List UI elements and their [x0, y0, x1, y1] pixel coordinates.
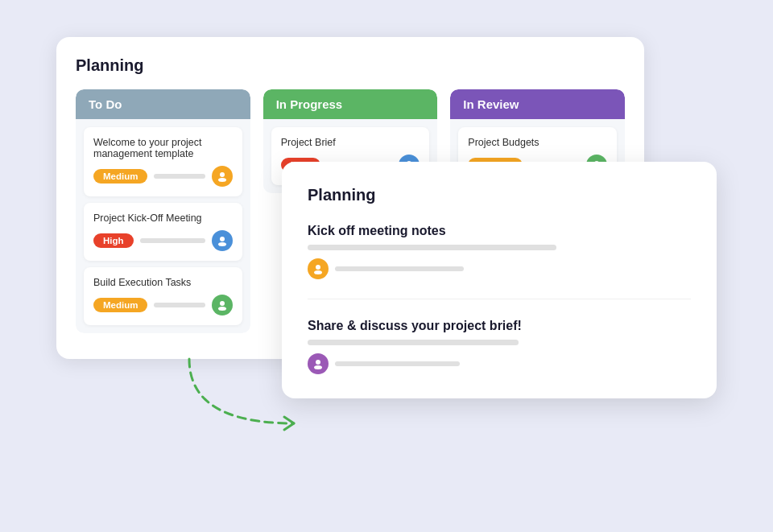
svg-point-1: [218, 178, 226, 182]
column-todo-header: To Do: [76, 89, 250, 119]
panel-avatar-1: [308, 258, 329, 279]
svg-point-5: [218, 307, 226, 311]
svg-point-13: [314, 365, 322, 369]
svg-point-10: [316, 265, 320, 270]
svg-point-11: [314, 270, 322, 274]
svg-point-12: [316, 360, 320, 365]
task-footer-1: Medium: [93, 166, 233, 187]
svg-point-4: [220, 301, 225, 306]
avatar-3: [212, 295, 233, 315]
task-title-3: Build Execution Tasks: [93, 277, 233, 288]
column-inreview-header: In Review: [450, 89, 625, 119]
task-title-5: Project Budgets: [468, 137, 607, 148]
priority-badge-1: Medium: [93, 169, 147, 184]
panel-item-2[interactable]: Share & discuss your project brief!: [308, 319, 691, 374]
task-title-1: Welcome to your project management templ…: [93, 137, 233, 159]
avatar-1: [212, 166, 233, 187]
priority-badge-2: High: [93, 233, 134, 248]
panel-item-title-1: Kick off meeting notes: [308, 224, 691, 238]
planning-detail-card: Planning Kick off meeting notes Share & …: [282, 162, 717, 398]
task-card-3[interactable]: Build Execution Tasks Medium: [84, 267, 242, 325]
svg-point-3: [218, 242, 226, 246]
line-2: [140, 238, 205, 243]
panel-title: Planning: [308, 186, 691, 204]
panel-line-1: [308, 245, 556, 250]
panel-line-2: [308, 340, 519, 345]
scene: Planning To Do Welcome to your project m…: [56, 37, 717, 496]
task-card-1[interactable]: Welcome to your project management templ…: [84, 127, 242, 196]
task-footer-3: Medium: [93, 295, 233, 315]
line-3: [154, 303, 205, 307]
line-1: [154, 174, 205, 179]
task-title-2: Project Kick-Off Meeting: [93, 212, 233, 224]
panel-item-title-2: Share & discuss your project brief!: [308, 319, 691, 333]
column-todo: To Do Welcome to your project management…: [76, 89, 250, 333]
panel-user-row-2: [308, 353, 691, 374]
priority-badge-3: Medium: [93, 298, 147, 312]
avatar-2: [212, 230, 233, 251]
task-footer-2: High: [93, 230, 233, 251]
svg-point-2: [220, 237, 225, 241]
panel-user-row-1: [308, 258, 691, 279]
column-todo-body: Welcome to your project management templ…: [76, 119, 250, 333]
board-title: Planning: [76, 56, 625, 75]
panel-user-line-2: [335, 361, 460, 366]
column-inprogress-header: In Progress: [263, 89, 438, 119]
task-card-2[interactable]: Project Kick-Off Meeting High: [84, 203, 242, 261]
svg-point-0: [220, 172, 225, 177]
task-title-4: Project Brief: [281, 137, 420, 148]
panel-user-line-1: [335, 266, 464, 271]
panel-item-1[interactable]: Kick off meeting notes: [308, 224, 691, 299]
panel-avatar-2: [308, 353, 329, 374]
